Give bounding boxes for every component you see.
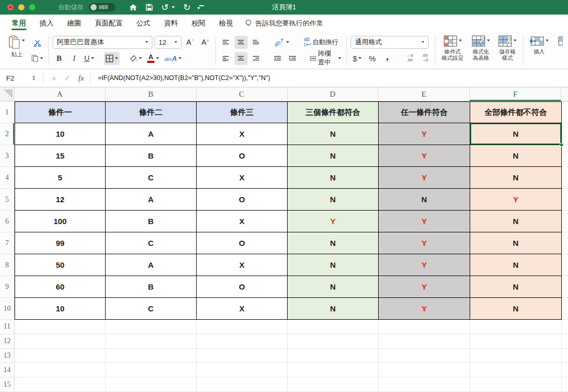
cell-F6[interactable]: N (470, 211, 562, 232)
cell-E3[interactable]: Y (379, 145, 470, 167)
tab-檢視[interactable]: 檢視 (212, 15, 240, 32)
cell-D5[interactable]: N (288, 189, 379, 211)
tab-校閱[interactable]: 校閱 (185, 15, 212, 32)
cell-B3[interactable]: B (106, 145, 197, 167)
tab-繪圖[interactable]: 繪圖 (60, 15, 88, 32)
decrease-indent-button[interactable] (271, 52, 284, 65)
cell-A2[interactable]: 10 (15, 123, 106, 145)
font-size-combo[interactable]: 12 (154, 36, 182, 49)
cancel-entry-icon[interactable]: × (47, 74, 61, 83)
cell-E11[interactable] (379, 320, 470, 334)
cell-F15[interactable] (470, 377, 562, 392)
row-header-13[interactable]: 13 (0, 349, 15, 363)
formula-input[interactable]: =IF(AND(NOT(A2>30),NOT(B2="B"),NOT(C2="X… (98, 74, 270, 82)
column-header-F[interactable]: F (470, 87, 561, 101)
conditional-formatting-button[interactable]: 條件式格式設定 (439, 35, 466, 66)
row-header-2[interactable]: 2 (0, 123, 15, 145)
save-icon[interactable] (146, 4, 153, 11)
tab-插入[interactable]: 插入 (33, 15, 60, 32)
cell-F4[interactable]: N (470, 167, 562, 189)
cell-C14[interactable] (197, 363, 288, 377)
number-format-combo[interactable]: 通用格式 (351, 36, 429, 49)
tell-me-box[interactable]: 告訴我您要執行的作業 (245, 19, 323, 28)
row-header-3[interactable]: 3 (0, 145, 15, 167)
italic-button[interactable]: I (68, 52, 81, 65)
font-color-button[interactable]: A (146, 52, 161, 65)
cell-B10[interactable]: C (106, 298, 197, 320)
font-name-combo[interactable]: 阿里巴巴普惠体 (53, 36, 152, 49)
paste-button[interactable]: 貼上 (6, 35, 28, 58)
minimize-window-button[interactable] (18, 4, 24, 10)
cell-D6[interactable]: Y (288, 211, 379, 232)
cell-F12[interactable] (470, 334, 562, 349)
cell-C3[interactable]: O (197, 145, 288, 167)
cell-B2[interactable]: A (106, 123, 197, 145)
cell-A15[interactable] (15, 377, 106, 392)
cell-styles-button[interactable]: 儲存格樣式 (496, 35, 519, 66)
underline-button[interactable]: U (83, 52, 96, 65)
cell-B14[interactable] (106, 363, 197, 377)
cell-F1[interactable]: 全部條件都不符合 (470, 101, 562, 123)
cell-E15[interactable] (379, 377, 470, 392)
cell-E6[interactable]: Y (379, 211, 470, 232)
tab-常用[interactable]: 常用 (5, 15, 33, 32)
row-header-14[interactable]: 14 (0, 363, 15, 377)
row-header-10[interactable]: 10 (0, 298, 15, 320)
cell-A1[interactable]: 條件一 (15, 101, 106, 123)
cell-A12[interactable] (15, 334, 106, 349)
column-header-E[interactable]: E (378, 87, 470, 101)
column-header-C[interactable]: C (197, 87, 288, 101)
cell-A8[interactable]: 50 (15, 254, 106, 276)
cell-C11[interactable] (197, 320, 288, 334)
cell-D2[interactable]: N (288, 123, 379, 145)
cell-A9[interactable]: 60 (15, 276, 106, 298)
cell-D13[interactable] (288, 349, 379, 363)
cell-D1[interactable]: 三個條件都符合 (288, 101, 379, 123)
cell-E13[interactable] (379, 349, 470, 363)
cell-F3[interactable]: N (470, 145, 562, 167)
cell-E5[interactable]: N (379, 189, 470, 211)
cell-F14[interactable] (470, 363, 562, 377)
autosave-toggle[interactable]: 關閉 (88, 3, 115, 11)
undo-icon[interactable]: ↺ (161, 3, 169, 12)
cell-E14[interactable] (379, 363, 470, 377)
cell-D4[interactable]: N (288, 167, 379, 189)
decrease-decimal-button[interactable]: .00→0 (418, 52, 431, 65)
cell-C5[interactable]: O (197, 189, 288, 211)
cell-B7[interactable]: C (106, 232, 197, 254)
format-as-table-button[interactable]: 格式化為表格 (469, 35, 493, 66)
redo-icon[interactable]: ↻ (183, 3, 190, 12)
cell-B11[interactable] (106, 320, 197, 334)
column-header-D[interactable]: D (288, 87, 379, 101)
row-header-4[interactable]: 4 (0, 167, 15, 189)
grow-font-button[interactable]: A^ (184, 36, 197, 49)
cell-E7[interactable]: Y (379, 232, 470, 254)
row-header-7[interactable]: 7 (0, 232, 15, 254)
cell-A13[interactable] (15, 349, 106, 363)
cell-D11[interactable] (288, 320, 379, 334)
cell-B1[interactable]: 條件二 (106, 101, 197, 123)
column-header-A[interactable]: A (15, 87, 106, 101)
cell-F7[interactable]: N (470, 232, 562, 254)
cell-C2[interactable]: X (197, 123, 288, 145)
row-header-5[interactable]: 5 (0, 189, 15, 211)
cell-B8[interactable]: A (106, 254, 197, 276)
confirm-entry-icon[interactable]: ✓ (61, 73, 74, 83)
cell-A6[interactable]: 100 (15, 211, 106, 232)
cell-F10[interactable]: N (470, 298, 562, 320)
tab-頁面配置[interactable]: 頁面配置 (88, 15, 130, 32)
cell-A3[interactable]: 15 (15, 145, 106, 167)
cell-E10[interactable]: Y (379, 298, 470, 320)
select-all-corner[interactable] (0, 87, 15, 101)
cell-E9[interactable]: Y (379, 276, 470, 298)
home-icon[interactable] (129, 4, 137, 11)
cell-B12[interactable] (106, 334, 197, 349)
copy-button[interactable] (30, 51, 45, 64)
cell-B9[interactable]: B (106, 276, 197, 298)
merge-center-button[interactable]: 跨欄置中 (308, 52, 343, 65)
tab-公式[interactable]: 公式 (130, 15, 157, 32)
delete-cells-button-cutoff[interactable] (556, 35, 563, 66)
name-box[interactable]: F2 (0, 74, 29, 82)
cell-C6[interactable]: X (197, 211, 288, 232)
cell-A10[interactable]: 10 (15, 298, 106, 320)
